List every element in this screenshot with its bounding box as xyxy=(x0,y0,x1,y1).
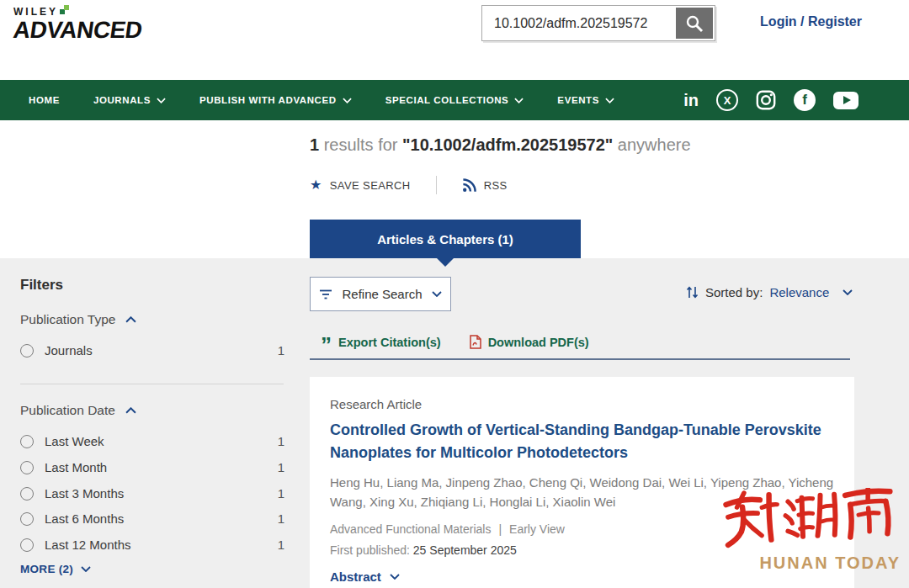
filter-option-last-3-months[interactable]: Last 3 Months 1 xyxy=(20,486,284,501)
wiley-advanced-logo[interactable]: WILEY ADVANCED xyxy=(13,5,142,42)
nav-item-events[interactable]: EVENTS xyxy=(557,95,614,105)
results-summary-text: 1 results for "10.1002/adfm.202519572" a… xyxy=(310,135,691,155)
chevron-up-icon xyxy=(125,316,136,323)
article-journal-line: Advanced Functional Materials | Early Vi… xyxy=(330,522,834,536)
article-type-label: Research Article xyxy=(330,397,834,411)
journal-separator: | xyxy=(498,522,502,536)
radio-button[interactable] xyxy=(20,435,34,448)
filter-section-publication-type[interactable]: Publication Type xyxy=(20,312,136,327)
search-result-card: Research Article Controlled Growth of Ve… xyxy=(310,377,854,588)
chevron-down-icon xyxy=(157,98,166,103)
filter-count: 1 xyxy=(278,434,284,448)
sorted-by-value: Relevance xyxy=(769,285,829,299)
radio-button[interactable] xyxy=(20,512,34,526)
more-filters-button[interactable]: MORE (2) xyxy=(20,563,91,575)
chevron-down-icon xyxy=(81,566,91,572)
filter-option-last-6-months[interactable]: Last 6 Months 1 xyxy=(20,511,284,526)
results-query: "10.1002/adfm.202519572" xyxy=(402,135,613,154)
filter-count: 1 xyxy=(278,511,284,526)
results-count: 1 xyxy=(310,135,319,154)
chevron-down-icon xyxy=(843,289,853,295)
search-box xyxy=(481,5,715,41)
article-title-link[interactable]: Controlled Growth of Vertical-Standing B… xyxy=(330,419,834,464)
filter-option-last-week[interactable]: Last Week 1 xyxy=(20,434,284,448)
chevron-down-icon xyxy=(514,98,524,103)
filter-count: 1 xyxy=(278,486,284,501)
radio-button[interactable] xyxy=(20,538,34,552)
login-register-link[interactable]: Login / Register xyxy=(760,14,862,29)
linkedin-icon[interactable]: in xyxy=(683,92,699,109)
save-search-button[interactable]: ★ SAVE SEARCH xyxy=(310,178,411,192)
radio-button[interactable] xyxy=(20,461,34,474)
chevron-down-icon xyxy=(432,291,442,297)
facebook-icon[interactable]: f xyxy=(794,89,816,111)
sorted-by-label: Sorted by: xyxy=(705,285,763,299)
radio-button[interactable] xyxy=(20,487,34,501)
quote-icon: ” xyxy=(321,341,332,349)
first-published-line: First published: 25 September 2025 xyxy=(330,543,834,557)
social-links: in X f xyxy=(683,89,909,111)
filter-icon xyxy=(319,289,332,299)
nav-item-home[interactable]: HOME xyxy=(29,95,60,105)
first-published-date: 25 September 2025 xyxy=(413,543,517,557)
article-authors: Heng Hu, Liang Ma, Jinpeng Zhao, Cheng Q… xyxy=(330,473,834,512)
top-header: WILEY ADVANCED Login / Register xyxy=(0,0,909,80)
filters-title: Filters xyxy=(20,277,63,294)
wiley-brand-text: WILEY xyxy=(13,5,142,18)
refine-search-button[interactable]: Refine Search xyxy=(310,277,451,311)
abstract-toggle[interactable]: Abstract xyxy=(330,569,834,584)
filter-count: 1 xyxy=(278,538,284,552)
search-button[interactable] xyxy=(676,8,713,39)
content-area: Filters Publication Type Journals 1 Publ… xyxy=(0,258,909,588)
filter-option-journals[interactable]: Journals 1 xyxy=(20,343,284,358)
tab-articles-chapters[interactable]: Articles & Chapters (1) xyxy=(310,220,581,258)
advanced-brand-text: ADVANCED xyxy=(13,19,142,42)
rss-button[interactable]: RSS xyxy=(462,178,508,193)
export-citations-button[interactable]: ” Export Citation(s) xyxy=(321,336,441,349)
star-icon: ★ xyxy=(310,178,322,192)
youtube-icon[interactable] xyxy=(833,92,858,109)
chevron-down-icon xyxy=(605,98,614,103)
publication-stage: Early View xyxy=(509,522,565,536)
sort-arrows-icon xyxy=(686,285,699,299)
results-top-rule xyxy=(310,358,850,360)
filter-option-last-month[interactable]: Last Month 1 xyxy=(20,460,284,474)
instagram-icon[interactable] xyxy=(756,90,776,110)
download-pdfs-button[interactable]: Download PDF(s) xyxy=(470,335,589,349)
search-input[interactable] xyxy=(482,6,676,40)
pdf-icon xyxy=(470,335,481,349)
search-icon xyxy=(685,14,704,33)
search-actions-row: ★ SAVE SEARCH RSS xyxy=(310,176,508,194)
nav-item-journals[interactable]: JOURNALS xyxy=(93,95,166,105)
results-summary-band: 1 results for "10.1002/adfm.202519572" a… xyxy=(0,120,909,258)
sidebar-divider xyxy=(20,384,284,384)
wiley-squares-icon xyxy=(60,5,70,15)
page: WILEY ADVANCED Login / Register HOME JOU… xyxy=(0,0,909,588)
radio-button[interactable] xyxy=(20,344,34,358)
nav-item-special-collections[interactable]: SPECIAL COLLECTIONS xyxy=(385,95,524,105)
rss-icon xyxy=(462,178,476,193)
main-navigation: HOME JOURNALS PUBLISH WITH ADVANCED SPEC… xyxy=(0,80,909,120)
x-twitter-icon[interactable]: X xyxy=(716,89,738,111)
filter-option-last-12-months[interactable]: Last 12 Months 1 xyxy=(20,538,284,552)
sort-control[interactable]: Sorted by: Relevance xyxy=(686,285,853,299)
nav-item-publish-with-advanced[interactable]: PUBLISH WITH ADVANCED xyxy=(199,95,352,105)
filter-count: 1 xyxy=(278,343,284,358)
chevron-down-icon xyxy=(390,574,400,580)
chevron-down-icon xyxy=(343,98,352,103)
filter-section-publication-date[interactable]: Publication Date xyxy=(20,403,136,418)
bulk-actions-row: ” Export Citation(s) Download PDF(s) xyxy=(321,335,589,349)
filter-count: 1 xyxy=(278,460,284,474)
chevron-up-icon xyxy=(125,407,136,414)
journal-name: Advanced Functional Materials xyxy=(330,522,491,536)
vertical-divider xyxy=(436,176,437,194)
